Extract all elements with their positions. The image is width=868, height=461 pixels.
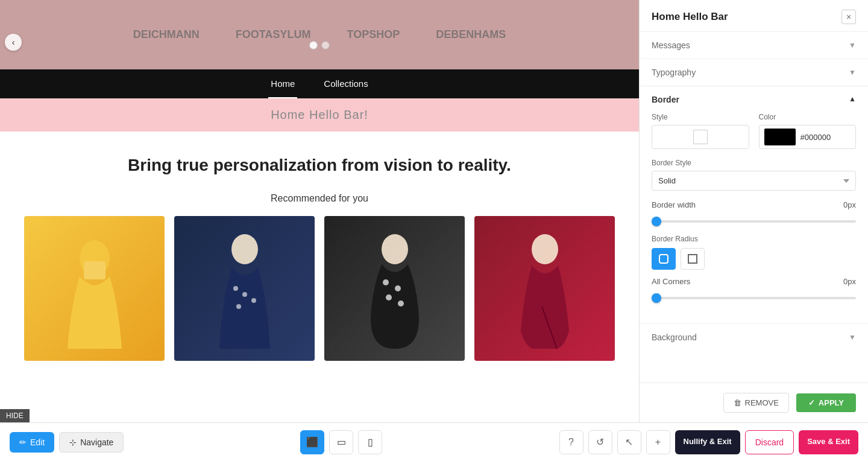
all-corners-icon	[658, 253, 669, 264]
border-style-group: Border Style Solid None Dashed Dotted Do…	[652, 159, 856, 191]
apply-button[interactable]: ✓ APPLY	[796, 393, 856, 412]
color-label: Color	[759, 113, 857, 121]
prev-arrow[interactable]: ‹	[5, 34, 22, 51]
panel-header: Home Hello Bar ×	[640, 0, 868, 32]
messages-accordion-header[interactable]: Messages ▼	[640, 32, 868, 59]
background-accordion-header[interactable]: Background ▼	[640, 324, 868, 351]
svg-point-11	[398, 300, 404, 307]
border-radius-label: Border Radius	[652, 235, 856, 243]
discard-label: Discard	[755, 437, 784, 447]
svg-rect-14	[659, 255, 668, 263]
save-exit-label: Save & Exit	[807, 437, 850, 446]
messages-label: Messages	[652, 40, 690, 50]
red-dress-img	[509, 228, 581, 349]
messages-arrow: ▼	[849, 41, 856, 49]
mobile-icon: ▯	[368, 436, 373, 448]
messages-section: Messages ▼	[640, 32, 868, 59]
toolbar-left: ✏ Edit ⊹ Navigate	[10, 432, 124, 453]
panel-title: Home Hello Bar	[652, 11, 728, 23]
nav-home[interactable]: Home	[268, 70, 297, 98]
border-style-select[interactable]: Solid None Dashed Dotted Double	[652, 171, 856, 191]
cursor-icon: ↖	[625, 436, 633, 448]
radius-all-corners-btn[interactable]	[652, 248, 676, 270]
svg-point-8	[383, 279, 389, 285]
all-corners-value: 0px	[843, 277, 856, 286]
border-width-group: Border width 0px	[652, 200, 856, 225]
edit-button[interactable]: ✏ Edit	[10, 432, 54, 453]
bw-dress-img	[359, 228, 431, 349]
brand-footasylum: FOOTASYLUM	[236, 28, 311, 41]
edit-icon: ✏	[19, 437, 27, 447]
svg-point-12	[532, 234, 558, 264]
border-label: Border	[652, 95, 679, 104]
nullify-exit-button[interactable]: Nullify & Exit	[675, 430, 740, 454]
desktop-icon: ⬛	[306, 436, 318, 448]
hide-button[interactable]: HIDE	[0, 409, 30, 422]
typography-accordion-header[interactable]: Typography ▼	[640, 59, 868, 86]
svg-point-4	[242, 292, 247, 297]
toolbar-right: ? ↺ ↖ + Nullify & Exit Discard Save & Ex…	[559, 430, 858, 454]
product-bw	[324, 216, 465, 361]
history-button[interactable]: ↺	[588, 430, 612, 454]
all-corners-slider[interactable]	[652, 297, 856, 299]
typography-arrow: ▼	[849, 68, 856, 77]
remove-button[interactable]: 🗑 REMOVE	[723, 393, 789, 413]
svg-point-2	[231, 234, 258, 264]
navigate-button[interactable]: ⊹ Navigate	[59, 432, 124, 453]
svg-rect-15	[688, 255, 697, 263]
mobile-device-btn[interactable]: ▯	[358, 430, 382, 454]
brand-debenhams: DEBENHAMS	[436, 28, 506, 41]
history-icon: ↺	[596, 436, 604, 448]
products-grid	[12, 216, 627, 361]
main-content: Bring true personalization from vision t…	[0, 132, 639, 373]
background-label: Background	[652, 332, 697, 342]
nav-collections[interactable]: Collections	[321, 70, 370, 98]
headline: Bring true personalization from vision t…	[12, 156, 627, 175]
color-hex-value: #000000	[800, 133, 831, 142]
slide-dot-2[interactable]	[321, 41, 330, 49]
svg-point-6	[236, 304, 241, 309]
bottom-toolbar: ✏ Edit ⊹ Navigate ⬛ ▭ ▯ ? ↺ ↖ +	[0, 422, 868, 461]
navy-dress-img	[209, 228, 281, 349]
border-accordion-header[interactable]: Border ▼	[640, 86, 868, 113]
desktop-device-btn[interactable]: ⬛	[300, 430, 324, 454]
border-width-slider[interactable]	[652, 220, 856, 223]
yellow-dress-img	[58, 228, 131, 349]
individual-corners-icon	[687, 253, 698, 264]
typography-section: Typography ▼	[640, 59, 868, 86]
border-section: Border ▼ Style Color	[640, 86, 868, 324]
brand-topshop: TOPSHOP	[347, 28, 400, 41]
tablet-device-btn[interactable]: ▭	[329, 430, 353, 454]
style-input-box[interactable]	[652, 125, 749, 149]
svg-rect-1	[84, 261, 105, 279]
svg-point-7	[382, 234, 408, 264]
save-exit-button[interactable]: Save & Exit	[799, 430, 858, 454]
panel-close-button[interactable]: ×	[841, 10, 856, 24]
edit-label: Edit	[30, 437, 45, 447]
radius-individual-btn[interactable]	[681, 248, 705, 270]
color-input-box[interactable]: #000000	[759, 125, 857, 149]
cursor-button[interactable]: ↖	[617, 430, 641, 454]
slide-dot-1[interactable]	[309, 41, 318, 49]
add-button[interactable]: +	[646, 430, 670, 454]
radius-toggle-row	[652, 248, 856, 270]
border-width-value: 0px	[843, 200, 856, 209]
product-navy	[174, 216, 315, 361]
color-field-group: Color #000000	[759, 113, 857, 149]
all-corners-header: All Corners 0px	[652, 277, 856, 286]
discard-button[interactable]: Discard	[745, 430, 794, 454]
background-arrow: ▼	[849, 333, 856, 342]
help-icon: ?	[568, 437, 574, 448]
border-arrow: ▼	[849, 95, 856, 104]
nav-bar: Home Collections	[0, 69, 639, 98]
background-section: Background ▼	[640, 324, 868, 351]
svg-point-9	[395, 285, 401, 291]
svg-point-5	[251, 298, 256, 303]
product-yellow	[24, 216, 165, 361]
style-label: Style	[652, 113, 749, 121]
color-swatch	[764, 129, 796, 145]
typography-label: Typography	[652, 68, 696, 77]
help-button[interactable]: ?	[559, 430, 583, 454]
navigate-label: Navigate	[80, 437, 113, 447]
toolbar-center: ⬛ ▭ ▯	[300, 430, 382, 454]
